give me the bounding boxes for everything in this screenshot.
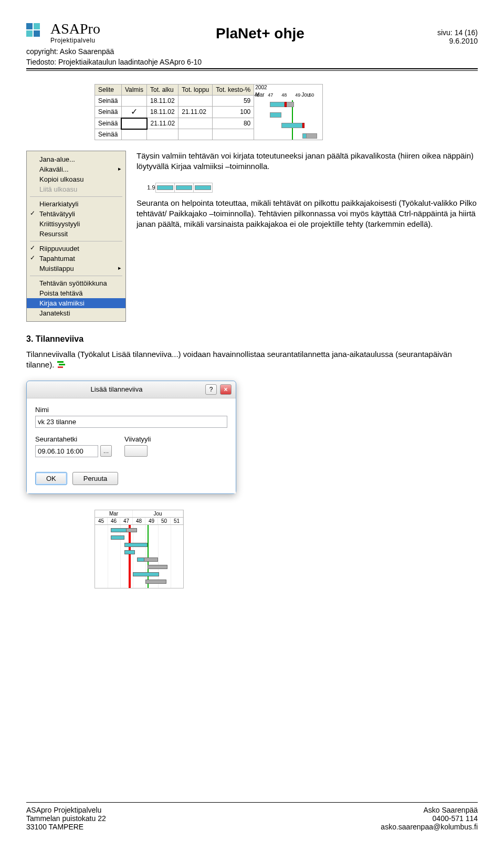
menu-item[interactable]: Kirjaa valmiiksi	[27, 298, 125, 308]
linestyle-swatch[interactable]	[124, 445, 148, 457]
cancel-button[interactable]: Peruuta	[72, 472, 119, 485]
page-date: 9.6.2010	[420, 37, 478, 45]
menu-item[interactable]: Muistilappu	[27, 264, 125, 274]
menu-item[interactable]: Riippuvuudet	[27, 244, 125, 254]
svg-rect-1	[59, 364, 65, 365]
context-menu[interactable]: Jana-alue...Aikaväli...Kopioi ulkoasuLii…	[26, 151, 126, 322]
linestyle-label: Viivatyyli	[124, 435, 151, 443]
task-grid: Selite Valmis Tot. alku Tot. loppu Tot. …	[94, 84, 478, 140]
add-statusline-dialog: Lisää tilanneviiva ? × Nimi Seurantahetk…	[26, 381, 236, 494]
col-tot-loppu: Tot. loppu	[178, 85, 213, 96]
small-gantt-inline: 1.9	[136, 183, 478, 193]
page-footer: ASApro Projektipalvelu Tammelan puistoka…	[26, 802, 478, 831]
datetime-input[interactable]	[35, 445, 98, 457]
menu-item[interactable]: Hierarkiatyyli	[27, 199, 125, 209]
section-3-text: Tilanneviivalla (Työkalut Lisää tilannev…	[26, 349, 478, 371]
brand-subtitle: Projektipalvelu	[50, 37, 100, 44]
menu-item[interactable]: Kriittisyystyyli	[27, 219, 125, 229]
help-button[interactable]: ?	[205, 384, 217, 395]
name-label: Nimi	[35, 406, 227, 414]
menu-item[interactable]: Tehtävätyyli	[27, 209, 125, 219]
menu-item[interactable]: Resurssit	[27, 229, 125, 239]
check-icon: ✓	[121, 106, 146, 118]
name-input[interactable]	[35, 416, 227, 428]
ok-button[interactable]: OK	[35, 472, 67, 485]
menu-item: Liitä ulkoasu	[27, 184, 125, 194]
svg-rect-0	[57, 361, 64, 363]
close-button[interactable]: ×	[220, 384, 232, 395]
menu-item[interactable]: Poista tehtävä	[27, 288, 125, 298]
col-valmis: Valmis	[121, 85, 146, 96]
menu-item[interactable]: Tehtävän syöttöikkuna	[27, 278, 125, 288]
menu-item[interactable]: Kopioi ulkoasu	[27, 174, 125, 184]
dialog-title: Lisää tilanneviiva	[31, 385, 202, 393]
datetime-label: Seurantahetki	[35, 435, 112, 443]
datetime-picker-button[interactable]: …	[100, 445, 112, 457]
menu-item[interactable]: Aikaväli...	[27, 164, 125, 174]
menu-item[interactable]: Tapahtumat	[27, 254, 125, 264]
brand-name: ASAPro	[50, 21, 100, 37]
menu-item[interactable]: Janateksti	[27, 308, 125, 318]
col-selite: Selite	[95, 85, 122, 96]
section-3-title: 3. Tilanneviiva	[26, 334, 478, 344]
file-line: Tiedosto: Projektiaikataulun laadintaohj…	[26, 58, 478, 66]
bottom-gantt: Mar Jou 45464748495051	[94, 510, 478, 588]
col-tot-alku: Tot. alku	[147, 85, 178, 96]
page-title: PlaNet+ ohje	[106, 25, 415, 42]
gantt-icon	[57, 360, 67, 371]
paragraph-1: Täysin valmiin tehtävän voi kirjata tote…	[136, 151, 478, 172]
copyright-line: copyright: Asko Saarenpää	[26, 47, 478, 56]
svg-rect-2	[58, 366, 63, 368]
col-tot-kesto: Tot. kesto-%	[213, 85, 254, 96]
mini-gantt: 2002 Mar Jou 46 47 48 49 50	[254, 85, 322, 140]
brand-logo	[26, 23, 45, 42]
page-number: sivu: 14 (16)	[420, 28, 478, 37]
menu-item[interactable]: Jana-alue...	[27, 154, 125, 164]
paragraph-2: Seuranta on helpointa toteuttaa, mikäli …	[136, 198, 478, 230]
